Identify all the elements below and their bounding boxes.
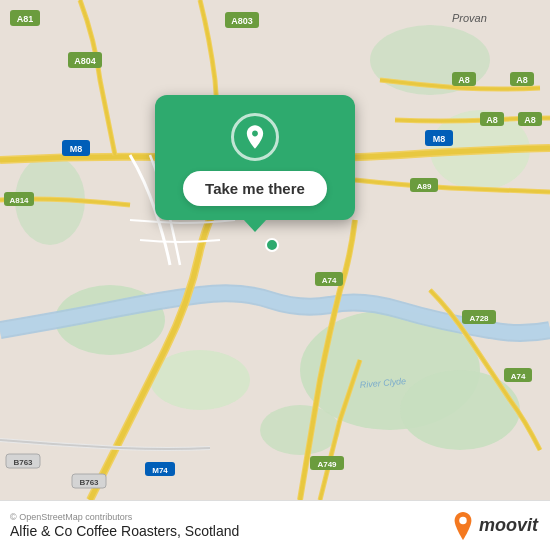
svg-text:A803: A803 — [231, 16, 253, 26]
bottom-left: © OpenStreetMap contributors Alfie & Co … — [10, 512, 239, 539]
location-pin-icon — [241, 123, 269, 151]
svg-point-5 — [260, 405, 340, 455]
location-icon-wrap — [231, 113, 279, 161]
svg-text:A814: A814 — [9, 196, 29, 205]
svg-text:A8: A8 — [516, 75, 528, 85]
attribution-text: © OpenStreetMap contributors — [10, 512, 239, 522]
svg-text:M8: M8 — [70, 144, 83, 154]
svg-text:A8: A8 — [486, 115, 498, 125]
svg-text:B763: B763 — [79, 478, 99, 487]
svg-text:A804: A804 — [74, 56, 96, 66]
popup-card: Take me there — [155, 95, 355, 220]
svg-text:M8: M8 — [433, 134, 446, 144]
svg-text:A81: A81 — [17, 14, 34, 24]
map-container: River Clyde — [0, 0, 550, 500]
svg-point-50 — [266, 239, 278, 251]
svg-point-2 — [400, 370, 520, 450]
moovit-brand-text: moovit — [479, 515, 538, 536]
take-me-there-button[interactable]: Take me there — [183, 171, 327, 206]
svg-text:A749: A749 — [317, 460, 337, 469]
svg-text:A8: A8 — [524, 115, 536, 125]
svg-point-51 — [459, 516, 466, 523]
svg-text:A74: A74 — [511, 372, 526, 381]
svg-text:A74: A74 — [322, 276, 337, 285]
svg-text:A728: A728 — [469, 314, 489, 323]
moovit-logo[interactable]: moovit — [451, 512, 538, 540]
svg-text:A8: A8 — [458, 75, 470, 85]
svg-text:B763: B763 — [13, 458, 33, 467]
bottom-bar: © OpenStreetMap contributors Alfie & Co … — [0, 500, 550, 550]
map-background: River Clyde — [0, 0, 550, 500]
svg-text:A89: A89 — [417, 182, 432, 191]
svg-point-4 — [150, 350, 250, 410]
svg-text:M74: M74 — [152, 466, 168, 475]
svg-text:Provan: Provan — [452, 12, 487, 24]
moovit-pin-icon — [451, 512, 475, 540]
location-name: Alfie & Co Coffee Roasters, Scotland — [10, 523, 239, 539]
